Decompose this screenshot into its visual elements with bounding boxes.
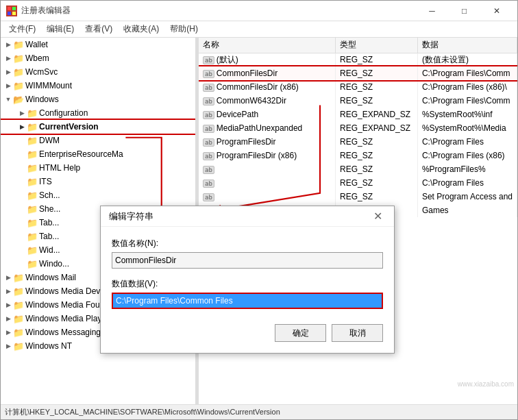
table-row[interactable]: abMediaPathUnexpanded REG_EXPAND_SZ %Sys…: [199, 121, 517, 135]
expand-arrow: ▶: [17, 122, 27, 132]
expand-arrow: ▼: [3, 95, 13, 104]
cell-name: ab: [199, 162, 335, 176]
edit-string-dialog: 编辑字符串 ✕ 数值名称(N): 数值数据(V): 确定 取消: [100, 206, 395, 354]
folder-icon: 📁: [13, 273, 24, 282]
cell-data: C:\Program Files (x86): [417, 149, 517, 162]
table-row[interactable]: abCommonW6432Dir REG_SZ C:\Program Files…: [199, 94, 517, 108]
svg-rect-0: [8, 7, 11, 10]
close-button[interactable]: ✕: [481, 1, 512, 21]
folder-icon: 📁: [13, 286, 24, 296]
expand-arrow: ▶: [17, 190, 27, 200]
cell-name: abMediaPathUnexpanded: [199, 121, 335, 135]
tree-item-wallet[interactable]: ▶ 📁 Wallet: [1, 38, 195, 51]
expand-arrow: ▶: [17, 163, 27, 173]
tree-label: EnterpriseResourceMa: [39, 149, 123, 159]
col-header-name: 名称: [199, 38, 335, 53]
folder-icon: 📁: [13, 328, 24, 337]
tree-item-sch[interactable]: ▶ 📁 Sch...: [1, 188, 195, 202]
expand-arrow: ▶: [3, 341, 13, 351]
tree-item-windows[interactable]: ▼ 📂 Windows: [1, 92, 195, 106]
cell-name: ab: [199, 190, 335, 203]
tree-label: She...: [39, 204, 60, 214]
folder-icon: 📁: [27, 149, 38, 159]
folder-icon: 📁: [27, 177, 38, 186]
expand-arrow: ▶: [17, 149, 27, 159]
data-label: 数值数据(V):: [112, 278, 383, 290]
folder-icon: 📁: [27, 122, 38, 132]
folder-icon: 📁: [13, 81, 24, 90]
table-row[interactable]: ab(默认) REG_SZ (数值未设置): [199, 53, 517, 66]
tree-label: Tab...: [39, 232, 59, 241]
col-header-data: 数据: [417, 38, 517, 53]
cell-type: REG_SZ: [335, 80, 417, 94]
tree-label: Tab...: [39, 218, 59, 227]
cell-type: REG_SZ: [335, 66, 417, 80]
folder-icon: 📁: [13, 40, 24, 49]
menu-view[interactable]: 查看(V): [79, 22, 118, 36]
tree-item-htmlhelp[interactable]: ▶ 📁 HTML Help: [1, 161, 195, 175]
menu-edit[interactable]: 编辑(E): [41, 22, 79, 36]
tree-item-currentversion[interactable]: ▶ 📁 CurrentVersion: [1, 120, 195, 134]
expand-arrow: ▶: [17, 232, 27, 241]
dialog-buttons: 确定 取消: [112, 324, 383, 342]
minimize-button[interactable]: ─: [417, 1, 447, 21]
tree-item-wbem[interactable]: ▶ 📁 Wbem: [1, 51, 195, 65]
cell-name: abProgramFilesDir (x86): [199, 149, 335, 162]
expand-arrow: ▶: [3, 67, 13, 77]
cancel-button[interactable]: 取消: [332, 324, 383, 342]
tree-item-wcmsvc[interactable]: ▶ 📁 WcmSvc: [1, 65, 195, 79]
tree-label: DWM: [39, 136, 60, 145]
folder-icon: 📁: [27, 108, 38, 118]
table-row[interactable]: ab REG_SZ Set Program Access and: [199, 190, 517, 203]
cell-data: %SystemRoot%\Media: [417, 121, 517, 135]
cell-type: REG_SZ: [335, 53, 417, 66]
table-row[interactable]: abDevicePath REG_EXPAND_SZ %SystemRoot%\…: [199, 108, 517, 121]
cell-data: (数值未设置): [417, 53, 517, 66]
table-row[interactable]: abCommonFilesDir (x86) REG_SZ C:\Program…: [199, 80, 517, 94]
cell-name: ab: [199, 176, 335, 190]
folder-icon: 📁: [27, 190, 38, 200]
tree-item-enterprise[interactable]: ▶ 📁 EnterpriseResourceMa: [1, 147, 195, 161]
tree-item-its[interactable]: ▶ 📁 ITS: [1, 175, 195, 188]
cell-type: REG_SZ: [335, 135, 417, 149]
tree-item-wimmount[interactable]: ▶ 📁 WIMMMount: [1, 79, 195, 92]
cell-data: C:\Program Files\Comm: [417, 66, 517, 80]
table-row[interactable]: abProgramFilesDir REG_SZ C:\Program File…: [199, 135, 517, 149]
tree-label: CurrentVersion: [39, 122, 99, 132]
window-title: 注册表编辑器: [21, 5, 71, 16]
expand-arrow: ▶: [17, 108, 27, 118]
table-row[interactable]: ab REG_SZ %ProgramFiles%: [199, 162, 517, 176]
cell-name: abCommonFilesDir (x86): [199, 80, 335, 94]
expand-arrow: ▶: [3, 40, 13, 49]
ok-button[interactable]: 确定: [275, 324, 326, 342]
svg-rect-1: [12, 7, 16, 10]
table-row[interactable]: ab REG_SZ C:\Program Files: [199, 176, 517, 190]
cell-type: REG_SZ: [335, 190, 417, 203]
tree-label: HTML Help: [39, 163, 80, 173]
tree-item-configuration[interactable]: ▶ 📁 Configuration: [1, 106, 195, 120]
tree-item-dwm[interactable]: ▶ 📁 DWM: [1, 134, 195, 147]
expand-arrow: ▶: [3, 300, 13, 310]
menu-favorites[interactable]: 收藏夹(A): [118, 22, 164, 36]
status-path: 计算机\HKEY_LOCAL_MACHINE\SOFTWARE\Microsof…: [5, 407, 280, 417]
expand-arrow: ▶: [3, 53, 13, 63]
tree-label: WIMMMount: [25, 81, 72, 90]
data-input[interactable]: [112, 293, 383, 309]
dialog-title-bar: 编辑字符串 ✕: [101, 206, 394, 227]
folder-icon: 📁: [13, 300, 24, 310]
maximize-button[interactable]: □: [449, 1, 480, 21]
table-row[interactable]: abCommonFilesDir REG_SZ C:\Program Files…: [199, 66, 517, 80]
menu-help[interactable]: 帮助(H): [164, 22, 204, 36]
expand-arrow: ▶: [3, 286, 13, 296]
table-row[interactable]: abProgramFilesDir (x86) REG_SZ C:\Progra…: [199, 149, 517, 162]
name-input[interactable]: [112, 252, 383, 269]
dialog-close-button[interactable]: ✕: [369, 208, 386, 225]
menu-file[interactable]: 文件(F): [3, 22, 41, 36]
svg-rect-2: [8, 12, 11, 15]
cell-data: C:\Program Files (x86)\: [417, 80, 517, 94]
cell-name: abDevicePath: [199, 108, 335, 121]
values-table: 名称 类型 数据 ab(默认) REG_SZ (数值未设置) abCommonF…: [199, 38, 517, 217]
expand-arrow: ▶: [17, 245, 27, 255]
status-bar: 计算机\HKEY_LOCAL_MACHINE\SOFTWARE\Microsof…: [1, 404, 517, 419]
folder-icon-open: 📂: [13, 95, 24, 104]
